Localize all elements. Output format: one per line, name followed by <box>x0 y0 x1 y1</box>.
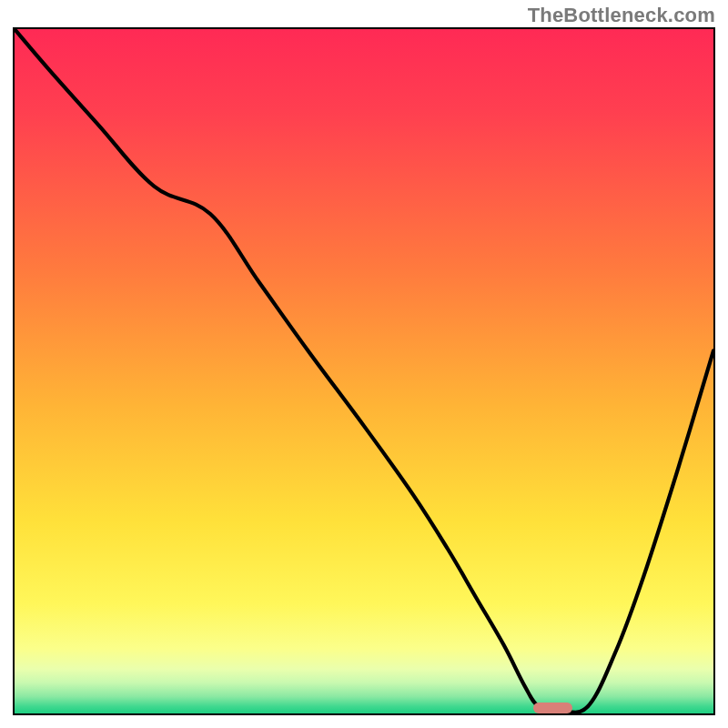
watermark-text: TheBottleneck.com <box>528 4 715 27</box>
bottleneck-curve <box>15 29 713 713</box>
chart-stage: TheBottleneck.com <box>0 0 728 728</box>
flat-minimum-marker <box>533 703 572 713</box>
plot-frame <box>13 27 715 715</box>
